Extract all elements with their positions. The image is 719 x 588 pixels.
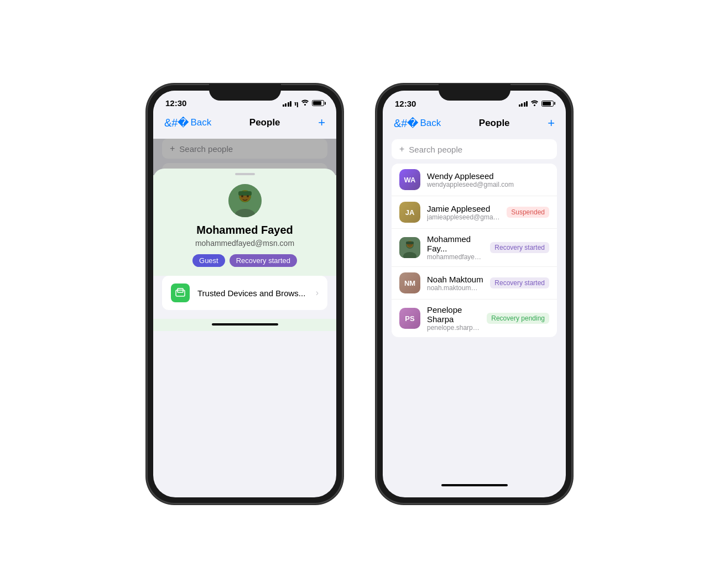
sheet-name-1: Mohammed Fayed — [196, 224, 293, 237]
phone-2: 12:30 — [376, 84, 572, 504]
svg-point-14 — [247, 195, 249, 197]
person-email-penelope-2: penelope.sharpa@g... — [427, 324, 480, 332]
avatar-wendy-2: WA — [399, 169, 420, 190]
status-icons-2 — [519, 98, 554, 108]
trusted-devices-icon-1 — [171, 284, 190, 302]
sheet-badges-1: Guest Recovery started — [192, 254, 297, 267]
badge-recovery-mohammed-2: Recovery started — [490, 242, 549, 253]
battery-icon-2 — [541, 101, 554, 107]
people-list-2: WA Wendy Appleseed wendyappleseed@gmail.… — [392, 164, 557, 337]
person-row-penelope-2[interactable]: PS Penelope Sharpa penelope.sharpa@g... … — [392, 300, 557, 337]
page-title-1: People — [249, 117, 280, 128]
badge-recovery-penelope-2: Recovery pending — [487, 313, 549, 324]
sheet-content-1: Trusted Devices and Brows... › — [153, 276, 336, 319]
sheet-email-1: mohammedfayed@msn.com — [195, 239, 294, 248]
svg-point-13 — [241, 195, 243, 197]
person-name-jamie-2: Jamie Appleseed — [427, 204, 500, 213]
status-time-1: 12:30 — [165, 98, 186, 108]
signal-icon-2 — [519, 100, 528, 107]
add-button-1[interactable]: + — [318, 116, 325, 130]
search-placeholder-2: Search people — [409, 145, 462, 154]
person-name-noah-2: Noah Maktoum — [427, 275, 483, 284]
sheet-avatar-1 — [228, 184, 262, 217]
avatar-penelope-2: PS — [399, 308, 420, 329]
status-icons-1: 𝛈 — [283, 99, 324, 108]
notch-1 — [209, 84, 281, 101]
person-info-noah-2: Noah Maktoum noah.maktoum@gma... — [427, 275, 483, 292]
nav-bar-2: &#� Back People + — [383, 112, 566, 136]
person-name-penelope-2: Penelope Sharpa — [427, 305, 480, 324]
person-email-mohammed-2: mohammedfayed@m... — [427, 253, 483, 261]
svg-rect-11 — [238, 191, 252, 196]
signal-icon-1 — [283, 100, 292, 107]
wifi-icon-1: 𝛈 — [294, 99, 309, 108]
search-bar-2[interactable]: + Search people — [392, 139, 557, 159]
avatar-mohammed-2 — [399, 237, 420, 258]
person-email-noah-2: noah.maktoum@gma... — [427, 284, 483, 292]
person-info-penelope-2: Penelope Sharpa penelope.sharpa@g... — [427, 305, 480, 332]
sheet-menu-item-1[interactable]: Trusted Devices and Brows... › — [162, 276, 327, 310]
search-plus-icon-2: + — [399, 144, 404, 154]
person-row-mohammed-2[interactable]: Mohammed Fay... mohammedfayed@m... Recov… — [392, 229, 557, 267]
svg-point-17 — [534, 104, 535, 106]
bottom-sheet-1: Mohammed Fayed mohammedfayed@msn.com Gue… — [153, 169, 336, 331]
svg-point-0 — [304, 104, 306, 106]
chevron-left-icon-2: &#� — [394, 117, 419, 130]
person-email-jamie-2: jamieappleseed@gmail.com — [427, 213, 500, 221]
person-name-mohammed-2: Mohammed Fay... — [427, 234, 483, 253]
person-info-jamie-2: Jamie Appleseed jamieappleseed@gmail.com — [427, 204, 500, 221]
sheet-badge-recovery-1: Recovery started — [230, 254, 297, 267]
sheet-menu-label-1: Trusted Devices and Brows... — [197, 288, 308, 298]
wifi-icon-2 — [530, 98, 539, 108]
avatar-noah-2: NM — [399, 272, 420, 293]
add-button-2[interactable]: + — [548, 116, 555, 130]
badge-suspended-jamie-2: Suspended — [507, 207, 549, 218]
back-button-1[interactable]: &#� Back — [164, 116, 211, 129]
sheet-header-1: Mohammed Fayed mohammedfayed@msn.com Gue… — [153, 175, 336, 276]
badge-recovery-noah-2: Recovery started — [490, 277, 549, 288]
chevron-left-icon-1: &#� — [164, 116, 189, 129]
sheet-badge-guest-1: Guest — [192, 254, 225, 267]
person-info-mohammed-2: Mohammed Fay... mohammedfayed@m... — [427, 234, 483, 261]
svg-rect-23 — [406, 242, 414, 244]
person-row-wendy-2[interactable]: WA Wendy Appleseed wendyappleseed@gmail.… — [392, 164, 557, 196]
person-info-wendy-2: Wendy Appleseed wendyappleseed@gmail.com — [427, 171, 549, 188]
status-time-2: 12:30 — [395, 99, 416, 108]
chevron-right-icon-1: › — [316, 288, 319, 298]
home-indicator-1 — [212, 323, 278, 326]
person-row-noah-2[interactable]: NM Noah Maktoum noah.maktoum@gma... Reco… — [392, 267, 557, 300]
back-button-2[interactable]: &#� Back — [394, 117, 441, 130]
battery-icon-1 — [312, 100, 324, 106]
person-email-wendy-2: wendyappleseed@gmail.com — [427, 181, 549, 188]
avatar-jamie-2: JA — [399, 202, 420, 223]
home-indicator-2 — [441, 484, 508, 486]
person-name-wendy-2: Wendy Appleseed — [427, 171, 549, 181]
notch-2 — [439, 84, 510, 101]
phone-1: 12:30 𝛈 — [147, 84, 343, 504]
person-row-jamie-2[interactable]: JA Jamie Appleseed jamieappleseed@gmail.… — [392, 196, 557, 229]
page-title-2: People — [479, 118, 510, 129]
nav-bar-1: &#� Back People + — [153, 111, 336, 135]
